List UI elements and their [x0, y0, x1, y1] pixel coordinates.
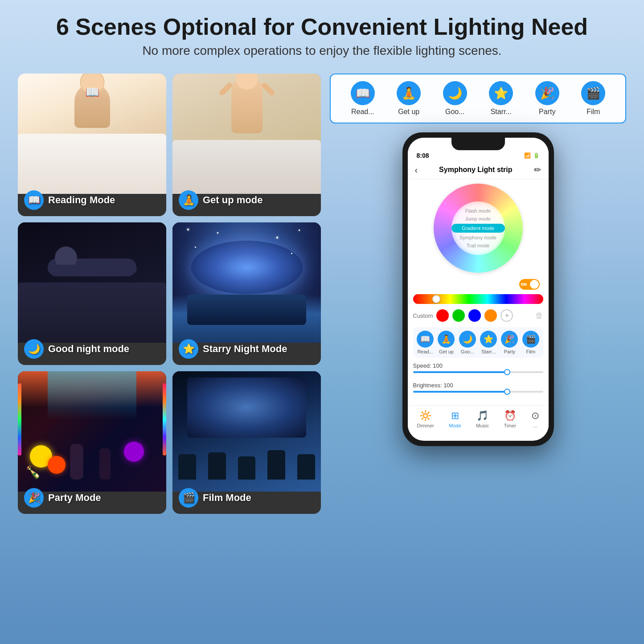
app-scene-getup[interactable]: 🧘 Get up [438, 331, 455, 354]
color-dot-blue[interactable] [468, 309, 481, 322]
color-dot-red[interactable] [436, 309, 449, 322]
scene-btn-goo-icon: 🌙 [443, 81, 467, 105]
scene-btn-film-label: Film [587, 108, 600, 116]
party-icon-badge: 🎉 [24, 488, 44, 508]
scene-btn-party-icon: 🎉 [535, 81, 559, 105]
film-icon-badge: 🎬 [179, 488, 198, 508]
app-scene-read-label: Read... [417, 349, 433, 354]
scene-card-getup[interactable]: 🧘 Get up mode [172, 74, 321, 216]
phone-time: 8:08 [417, 152, 429, 159]
phone-wrapper: 8:08 📶 🔋 ‹ Symphony Light strip ✏ [330, 132, 626, 446]
scene-card-party[interactable]: 🍾 🎉 Party Mode [18, 371, 166, 514]
music-label: Music [476, 423, 489, 428]
app-scene-film[interactable]: 🎬 Film [522, 331, 539, 354]
scene-btn-getup-label: Get up [398, 108, 419, 116]
scene-btn-goo-label: Goo... [445, 108, 465, 116]
scene-card-starry[interactable]: ⭐ Starry Night Mode [172, 222, 321, 365]
power-toggle[interactable]: ON [519, 279, 540, 290]
jump-mode[interactable]: Jump mode [451, 215, 505, 223]
scene-selector-bar: 📖 Read... 🧘 Get up 🌙 Goo... ⭐ Starr... 🎉… [330, 74, 626, 123]
scene-film-visual [172, 371, 321, 492]
brightness-slider-knob[interactable] [504, 389, 510, 395]
brightness-slider-section: Brightness: 100 [413, 380, 543, 400]
phone-status-icons: 📶 🔋 [524, 152, 540, 159]
right-panel: 📖 Read... 🧘 Get up 🌙 Goo... ⭐ Starr... 🎉… [330, 74, 626, 514]
app-scene-party-icon: 🎉 [501, 331, 518, 348]
delete-color-button[interactable]: 🗑 [535, 311, 543, 320]
app-scene-goo-label: Goo... [461, 349, 474, 354]
gradient-mode[interactable]: Gradient mode [451, 224, 505, 233]
scene-getup-visual [172, 74, 321, 194]
symphony-mode[interactable]: Symphony mode [451, 234, 505, 242]
scene-btn-starry[interactable]: ⭐ Starr... [489, 81, 513, 116]
starry-mode-label: ⭐ Starry Night Mode [179, 339, 287, 359]
color-dot-orange[interactable] [484, 309, 497, 322]
phone-content: Flash mode Jump mode Gradient mode Symph… [408, 179, 549, 405]
app-scene-starr-icon: ⭐ [480, 331, 497, 348]
speed-slider-knob[interactable] [504, 369, 510, 375]
toggle-knob [530, 280, 539, 289]
custom-colors-row: Custom + 🗑 [413, 307, 543, 324]
scene-reading-visual: 📖 [18, 74, 166, 194]
phone-screen: 8:08 📶 🔋 ‹ Symphony Light strip ✏ [408, 138, 549, 441]
content-area: 📖 📖 Reading Mode [0, 65, 644, 523]
dimmer-label: Dimmer [417, 423, 434, 428]
phone-bottom-nav: 🔆 Dimmer ⊞ Mode 🎵 Music ⏰ [408, 405, 549, 433]
timer-label: Timer [504, 423, 517, 428]
nav-mode[interactable]: ⊞ Mode [449, 410, 461, 428]
app-scene-party[interactable]: 🎉 Party [501, 331, 518, 354]
page-header: 6 Scenes Optional for Convenient Lightin… [0, 0, 644, 65]
scene-card-film[interactable]: 🎬 Film Mode [172, 371, 321, 514]
app-scene-read-icon: 📖 [417, 331, 434, 348]
phone-mockup: 8:08 📶 🔋 ‹ Symphony Light strip ✏ [402, 132, 554, 446]
add-color-button[interactable]: + [500, 309, 513, 322]
reading-icon-badge: 📖 [24, 190, 44, 210]
nav-timer[interactable]: ⏰ Timer [504, 410, 517, 428]
scene-btn-party[interactable]: 🎉 Party [535, 81, 559, 116]
nav-dimmer[interactable]: 🔆 Dimmer [417, 410, 434, 428]
app-scene-goo[interactable]: 🌙 Goo... [459, 331, 476, 354]
scene-btn-film[interactable]: 🎬 Film [581, 81, 605, 116]
flash-mode[interactable]: Flash mode [451, 207, 505, 215]
getup-mode-label: 🧘 Get up mode [179, 190, 263, 210]
app-scene-starr-label: Starr... [481, 349, 496, 354]
nav-music[interactable]: 🎵 Music [476, 410, 489, 428]
edit-icon[interactable]: ✏ [534, 164, 541, 175]
back-icon[interactable]: ‹ [415, 165, 418, 175]
speed-label: Speed: 100 [413, 362, 543, 369]
getup-icon-badge: 🧘 [179, 190, 198, 210]
page-title: 6 Scenes Optional for Convenient Lightin… [9, 13, 635, 40]
brightness-label: Brightness: 100 [413, 382, 543, 389]
dimmer-icon: 🔆 [419, 410, 431, 422]
nav-more[interactable]: ⊙ ... [531, 410, 539, 428]
app-scene-getup-label: Get up [439, 349, 454, 354]
brightness-slider-track[interactable] [413, 391, 543, 393]
scene-btn-getup[interactable]: 🧘 Get up [397, 81, 421, 116]
scene-btn-read[interactable]: 📖 Read... [351, 81, 375, 116]
scene-btn-starr-label: Starr... [491, 108, 512, 116]
app-scene-party-label: Party [504, 349, 516, 354]
speed-slider-section: Speed: 100 [413, 361, 543, 380]
scene-card-reading[interactable]: 📖 📖 Reading Mode [18, 74, 166, 216]
color-wheel[interactable]: Flash mode Jump mode Gradient mode Symph… [434, 184, 523, 273]
color-wheel-section: Flash mode Jump mode Gradient mode Symph… [413, 179, 543, 277]
trail-mode[interactable]: Trail mode [451, 242, 505, 250]
scene-card-goodnight[interactable]: 🌙 Good night mode [18, 222, 166, 365]
app-scene-film-label: Film [526, 349, 535, 354]
speed-slider-track[interactable] [413, 371, 543, 373]
mode-icon: ⊞ [451, 410, 459, 422]
spectrum-knob[interactable] [432, 295, 440, 303]
scene-starry-visual [172, 222, 321, 343]
color-spectrum[interactable] [413, 294, 543, 304]
scene-goodnight-visual [18, 222, 166, 343]
color-dot-green[interactable] [452, 309, 465, 322]
scene-btn-goodnight[interactable]: 🌙 Goo... [443, 81, 467, 116]
app-scene-starr[interactable]: ⭐ Starr... [480, 331, 497, 354]
more-icon: ⊙ [531, 410, 539, 422]
app-scene-film-icon: 🎬 [522, 331, 539, 348]
mode-label: Mode [449, 423, 461, 428]
app-scene-read[interactable]: 📖 Read... [417, 331, 434, 354]
scene-btn-read-icon: 📖 [351, 81, 375, 105]
party-mode-label: 🎉 Party Mode [24, 488, 101, 508]
goodnight-mode-label: 🌙 Good night mode [24, 339, 129, 359]
